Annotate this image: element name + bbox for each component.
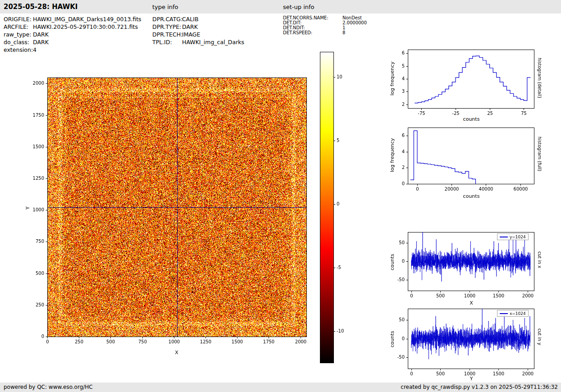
- hist-full-xlabel: counts: [458, 193, 485, 199]
- meta-value-ncorrs: NonDest: [342, 15, 362, 20]
- meta-value-rspeed: 8: [342, 30, 345, 35]
- meta-value-dprcatg: CALIB: [182, 16, 199, 23]
- legend-line-sample: [500, 237, 508, 237]
- cut-y-legend: x=1024: [497, 310, 529, 317]
- detector-image-canvas: [27, 72, 324, 365]
- meta-value-dit: 2.0000000: [342, 20, 367, 25]
- meta-key-tplid: TPL.ID:: [152, 38, 182, 46]
- meta-row: ARCFILE:HAWKI.2025-05-29T10:30:00.721.fi…: [4, 23, 141, 31]
- footer-left-text: powered by QC: www.eso.org/HC: [4, 384, 93, 390]
- meta-key-dprtype: DPR.TYPE:: [152, 23, 182, 31]
- cut-x-ylabel: counts: [389, 254, 395, 270]
- header-bar: [0, 0, 561, 14]
- type-info-block: DPR.CATG:CALIB DPR.TYPE:DARK DPR.TECH:IM…: [152, 15, 244, 46]
- colorbar-canvas: [318, 50, 356, 368]
- footer-right-text: created by qc_rawdisp.py v1.2.3 on 2025-…: [401, 384, 558, 390]
- meta-key-ncorrs: DET.NCORRS.NAME:: [283, 15, 342, 20]
- main-xlabel: X: [163, 350, 190, 356]
- hist-full-ylabel: log frequency: [389, 138, 395, 172]
- meta-value-doclass: DARK: [33, 39, 49, 46]
- type-info-heading: type info: [152, 4, 178, 10]
- meta-row: extension:4: [4, 46, 141, 54]
- meta-row: DET.NDIT:1: [283, 25, 367, 30]
- histogram-full-canvas: [387, 122, 542, 194]
- meta-value-dprtech: IMAGE: [182, 31, 200, 38]
- meta-key-origfile: ORIGFILE:: [4, 15, 33, 23]
- meta-row: raw_type:DARK: [4, 31, 141, 38]
- meta-value-ndit: 1: [342, 25, 345, 30]
- meta-row: ORIGFILE:HAWKI_IMG_DARK_Darks149_0013.fi…: [4, 15, 141, 23]
- page-title: 2025-05-28: HAWKI: [4, 3, 78, 11]
- meta-row: DET.NCORRS.NAME:NonDest: [283, 15, 367, 20]
- meta-row: DPR.CATG:CALIB: [152, 15, 244, 23]
- setup-info-block: DET.NCORRS.NAME:NonDest DET.DIT:2.000000…: [283, 15, 367, 35]
- meta-key-extension: extension:: [4, 46, 33, 54]
- file-info-block: ORIGFILE:HAWKI_IMG_DARK_Darks149_0013.fi…: [4, 15, 141, 54]
- setup-info-heading: set-up info: [283, 4, 315, 10]
- cut-x-legend-label: y=1024: [510, 235, 526, 239]
- meta-value-extension: 4: [33, 46, 36, 53]
- main-ylabel: Y: [25, 206, 31, 210]
- meta-row: DET.DIT:2.0000000: [283, 20, 367, 25]
- cut-y-xlabel: Y: [458, 376, 485, 382]
- meta-value-arcfile: HAWKI.2025-05-29T10:30:00.721.fits: [33, 23, 138, 30]
- meta-key-rspeed: DET.RSPEED:: [283, 30, 342, 35]
- hist-detail-xlabel: counts: [458, 116, 485, 122]
- meta-value-dprtype: DARK: [182, 23, 198, 30]
- cut-x-side-label: cut in x: [537, 251, 542, 268]
- meta-key-dprtech: DPR.TECH:: [152, 31, 182, 38]
- meta-row: TPL.ID:HAWKI_img_cal_Darks: [152, 38, 244, 46]
- cut-x-xlabel: X: [458, 300, 485, 306]
- meta-key-rawtype: raw_type:: [4, 31, 33, 38]
- meta-key-dit: DET.DIT:: [283, 20, 342, 25]
- meta-row: DET.RSPEED:8: [283, 30, 367, 35]
- cut-y-ylabel: counts: [389, 331, 395, 347]
- hist-detail-side-label: histogram (detail): [537, 58, 542, 98]
- hist-detail-ylabel: log frequency: [389, 62, 395, 96]
- meta-row: DPR.TECH:IMAGE: [152, 31, 244, 38]
- meta-key-dprcatg: DPR.CATG:: [152, 15, 182, 23]
- meta-key-arcfile: ARCFILE:: [4, 23, 33, 31]
- meta-value-origfile: HAWKI_IMG_DARK_Darks149_0013.fits: [33, 16, 141, 23]
- legend-line-sample: [500, 313, 508, 314]
- histogram-detail-canvas: [387, 44, 542, 116]
- meta-key-ndit: DET.NDIT:: [283, 25, 342, 30]
- meta-value-rawtype: DARK: [33, 31, 49, 38]
- hist-full-side-label: histogram (full): [537, 137, 542, 171]
- meta-row: DPR.TYPE:DARK: [152, 23, 244, 31]
- cut-y-side-label: cut in y: [537, 328, 542, 345]
- cut-y-legend-label: x=1024: [510, 311, 526, 316]
- meta-row: do_class:DARK: [4, 38, 141, 46]
- meta-key-doclass: do_class:: [4, 38, 33, 46]
- meta-value-tplid: HAWKI_img_cal_Darks: [182, 39, 244, 46]
- cut-x-legend: y=1024: [497, 233, 529, 240]
